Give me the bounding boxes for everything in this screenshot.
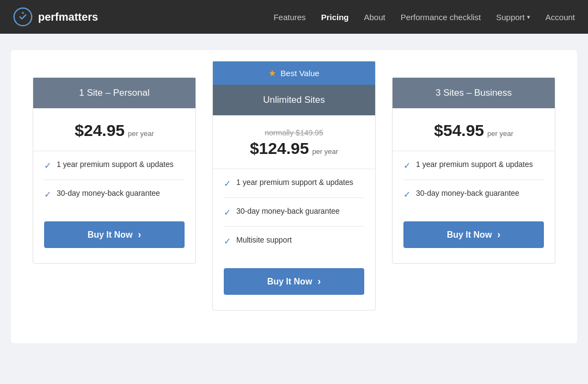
nav-about[interactable]: About bbox=[364, 13, 385, 22]
nav-features[interactable]: Features bbox=[273, 13, 305, 22]
check-icon: ✓ bbox=[224, 178, 231, 189]
star-icon: ★ bbox=[268, 68, 276, 78]
pricing-wrapper: 1 Site – Personal $24.95 per year ✓ 1 ye… bbox=[11, 50, 577, 343]
plan-personal-period: per year bbox=[128, 129, 154, 138]
buy-unlimited-button[interactable]: Buy It Now › bbox=[224, 268, 364, 295]
arrow-icon: › bbox=[497, 229, 500, 240]
feature-item: ✓ 1 year premium support & updates bbox=[44, 151, 185, 180]
plan-business-features: ✓ 1 year premium support & updates ✓ 30-… bbox=[393, 151, 555, 208]
check-icon: ✓ bbox=[224, 207, 231, 218]
buy-personal-button[interactable]: Buy It Now › bbox=[44, 221, 185, 248]
check-icon: ✓ bbox=[44, 160, 51, 171]
plan-personal-price-section: $24.95 per year bbox=[33, 108, 195, 151]
nav-links: Features Pricing About Performance check… bbox=[273, 13, 575, 22]
feature-item: ✓ 1 year premium support & updates bbox=[403, 151, 544, 180]
plan-business-cta: Buy It Now › bbox=[393, 208, 555, 263]
plan-unlimited-original-price: normally $149.95 bbox=[224, 128, 364, 137]
plan-personal-header: 1 Site – Personal bbox=[33, 78, 195, 108]
check-icon: ✓ bbox=[403, 189, 411, 200]
plan-unlimited-period: per year bbox=[312, 147, 338, 156]
support-chevron-icon: ▾ bbox=[527, 14, 530, 21]
feature-item: ✓ 1 year premium support & updates bbox=[224, 169, 364, 198]
arrow-icon: › bbox=[317, 276, 321, 287]
buy-business-button[interactable]: Buy It Now › bbox=[403, 221, 544, 248]
best-value-banner: ★ Best Value bbox=[213, 61, 375, 85]
plan-personal: 1 Site – Personal $24.95 per year ✓ 1 ye… bbox=[33, 77, 196, 264]
plan-business-period: per year bbox=[487, 129, 513, 138]
feature-item: ✓ 30-day money-back guarantee bbox=[403, 180, 544, 208]
plan-personal-cta: Buy It Now › bbox=[33, 208, 195, 263]
feature-item: ✓ 30-day money-back guarantee bbox=[224, 198, 364, 227]
plan-unlimited-cta: Buy It Now › bbox=[213, 255, 375, 310]
plan-unlimited-price-section: normally $149.95 $124.95 per year bbox=[213, 115, 375, 169]
check-icon: ✓ bbox=[44, 189, 51, 200]
svg-point-0 bbox=[14, 8, 32, 26]
nav-account[interactable]: Account bbox=[546, 13, 575, 22]
plan-business-price-section: $54.95 per year bbox=[393, 108, 555, 151]
logo-icon bbox=[13, 7, 33, 27]
plan-business: 3 Sites – Business $54.95 per year ✓ 1 y… bbox=[392, 77, 555, 264]
page-content: 1 Site – Personal $24.95 per year ✓ 1 ye… bbox=[0, 34, 588, 360]
logo[interactable]: perfmatters bbox=[13, 7, 98, 27]
nav-support[interactable]: Support ▾ bbox=[496, 13, 530, 22]
logo-text: perfmatters bbox=[38, 11, 98, 23]
feature-item: ✓ Multisite support bbox=[224, 227, 364, 255]
plan-unlimited-header: Unlimited Sites bbox=[213, 85, 375, 115]
feature-item: ✓ 30-day money-back guarantee bbox=[44, 180, 185, 208]
navigation: perfmatters Features Pricing About Perfo… bbox=[0, 0, 588, 34]
plan-personal-price: $24.95 bbox=[75, 121, 125, 140]
nav-pricing[interactable]: Pricing bbox=[321, 13, 349, 22]
plan-unlimited-features: ✓ 1 year premium support & updates ✓ 30-… bbox=[213, 169, 375, 255]
arrow-icon: › bbox=[138, 229, 141, 240]
plan-business-price: $54.95 bbox=[434, 121, 484, 140]
nav-performance-checklist[interactable]: Performance checklist bbox=[401, 13, 481, 22]
plan-business-header: 3 Sites – Business bbox=[393, 78, 555, 108]
check-icon: ✓ bbox=[403, 160, 411, 171]
plan-unlimited-price: $124.95 bbox=[250, 139, 309, 158]
plan-unlimited: ★ Best Value Unlimited Sites normally $1… bbox=[212, 61, 376, 311]
plan-personal-features: ✓ 1 year premium support & updates ✓ 30-… bbox=[33, 151, 195, 208]
svg-point-1 bbox=[22, 12, 24, 14]
check-icon: ✓ bbox=[224, 236, 231, 246]
